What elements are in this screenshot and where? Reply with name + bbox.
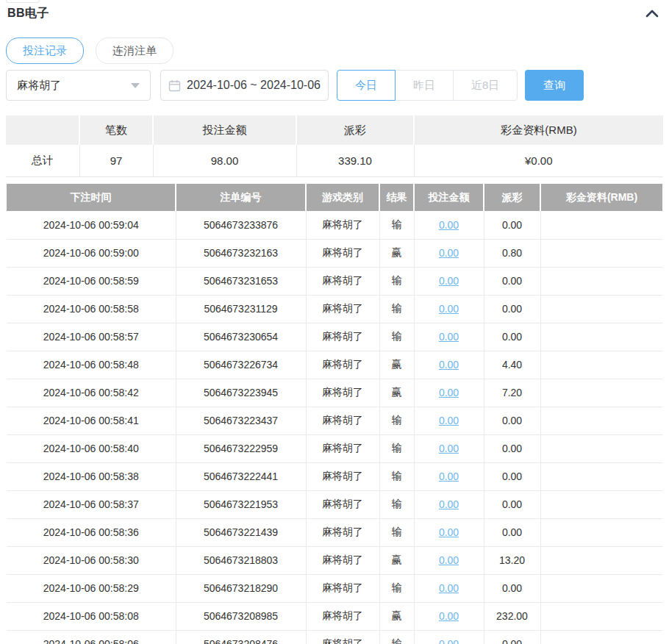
record-row: 2024-10-06 00:58:37 5064673221953 麻将胡了 输… (7, 490, 662, 518)
summary-total-label: 总计 (6, 145, 79, 176)
cell-result: 输 (379, 323, 414, 351)
cell-game-type: 麻将胡了 (306, 574, 379, 602)
cell-payout: 0.00 (484, 630, 540, 644)
cell-result: 输 (379, 407, 414, 434)
cell-payout: 232.00 (484, 602, 540, 630)
cell-game-type: 麻将胡了 (306, 434, 379, 462)
cell-bet-amount: 0.00 (414, 407, 484, 434)
cell-order-no: 5064673231653 (176, 267, 306, 295)
cell-game-type: 麻将胡了 (306, 351, 379, 379)
filter-bar: 麻将胡了 2024-10-06 ~ 2024-10-06 今日 昨日 近8日 查… (6, 70, 584, 101)
records-header-row: 下注时间 注单编号 游戏类别 结果 投注金额 派彩 彩金资料(RMB) (7, 184, 662, 211)
cell-bet-time: 2024-10-06 00:58:42 (7, 379, 176, 407)
summary-header-bet-amount: 投注金额 (153, 115, 296, 145)
cell-bet-amount: 0.00 (414, 267, 484, 295)
cell-bet-time: 2024-10-06 00:59:00 (7, 239, 176, 267)
bet-amount-link[interactable]: 0.00 (439, 638, 459, 644)
cell-result: 赢 (379, 351, 414, 379)
cell-bet-amount: 0.00 (414, 490, 484, 518)
cell-game-type: 麻将胡了 (306, 462, 379, 490)
cell-game-type: 麻将胡了 (306, 239, 379, 267)
cell-bonus (540, 462, 662, 490)
cell-bet-time: 2024-10-06 00:58:57 (7, 323, 176, 351)
cell-payout: 0.00 (484, 407, 540, 434)
search-button[interactable]: 查询 (525, 70, 584, 101)
cell-payout: 0.00 (484, 434, 540, 462)
cell-result: 输 (379, 434, 414, 462)
cell-bet-time: 2024-10-06 00:58:59 (7, 267, 176, 295)
cell-result: 输 (379, 211, 414, 239)
cell-game-type: 麻将胡了 (306, 518, 379, 546)
cell-bonus (540, 323, 662, 351)
record-row: 2024-10-06 00:58:42 5064673223945 麻将胡了 赢… (7, 379, 662, 407)
chevron-down-icon (131, 83, 140, 88)
quick-date-button-group: 今日 昨日 近8日 (337, 70, 518, 101)
bet-amount-link[interactable]: 0.00 (439, 303, 459, 315)
cell-bet-time: 2024-10-06 00:58:41 (7, 407, 176, 434)
tab-bet-records[interactable]: 投注记录 (6, 37, 84, 64)
cell-bonus (540, 239, 662, 267)
cell-order-no: 5064673221953 (176, 490, 306, 518)
cell-bet-amount: 0.00 (414, 211, 484, 239)
cell-bonus (540, 434, 662, 462)
bet-amount-link[interactable]: 0.00 (439, 275, 459, 287)
cell-order-no: 5064673218290 (176, 574, 306, 602)
collapse-panel-button[interactable] (645, 6, 659, 21)
yesterday-button[interactable]: 昨日 (395, 70, 454, 101)
bet-amount-link[interactable]: 0.00 (439, 219, 459, 231)
cell-order-no: 5064673221439 (176, 518, 306, 546)
cell-bet-time: 2024-10-06 00:58:29 (7, 574, 176, 602)
bet-amount-link[interactable]: 0.00 (439, 610, 459, 622)
betting-records-panel: BB电子 投注记录 连消注单 麻将胡了 2024-10-06 ~ 2024-10… (0, 0, 669, 644)
page-header: BB电子 (7, 6, 659, 21)
bet-amount-link[interactable]: 0.00 (439, 443, 459, 454)
record-row: 2024-10-06 00:58:30 5064673218803 麻将胡了 赢… (7, 546, 662, 574)
summary-header-count: 笔数 (79, 115, 153, 145)
bet-amount-link[interactable]: 0.00 (439, 526, 459, 538)
bet-amount-link[interactable]: 0.00 (439, 359, 459, 371)
date-range-picker[interactable]: 2024-10-06 ~ 2024-10-06 (160, 70, 329, 101)
cell-payout: 4.40 (484, 351, 540, 379)
cell-payout: 0.00 (484, 295, 540, 323)
bet-amount-link[interactable]: 0.00 (439, 582, 459, 594)
bet-amount-link[interactable]: 0.00 (439, 247, 459, 259)
cell-bet-amount: 0.00 (414, 630, 484, 644)
game-type-select-value: 麻将胡了 (17, 79, 61, 93)
last-8-days-button[interactable]: 近8日 (453, 70, 518, 101)
cell-order-no: 5064673208985 (176, 602, 306, 630)
today-button[interactable]: 今日 (337, 70, 396, 101)
bet-amount-link[interactable]: 0.00 (439, 554, 459, 566)
cell-game-type: 麻将胡了 (306, 630, 379, 644)
cell-result: 赢 (379, 239, 414, 267)
record-row: 2024-10-06 00:59:04 5064673233876 麻将胡了 输… (7, 211, 662, 239)
records-header-bet-amount: 投注金额 (414, 184, 484, 211)
cell-payout: 0.80 (484, 239, 540, 267)
calendar-icon (168, 79, 181, 92)
cell-game-type: 麻将胡了 (306, 323, 379, 351)
bet-amount-link[interactable]: 0.00 (439, 387, 459, 398)
cell-order-no: 5064673222441 (176, 462, 306, 490)
cell-bet-time: 2024-10-06 00:58:38 (7, 462, 176, 490)
bet-amount-link[interactable]: 0.00 (439, 331, 459, 343)
tab-cancelled-orders[interactable]: 连消注单 (96, 37, 173, 64)
cell-payout: 13.20 (484, 546, 540, 574)
summary-header-row: 笔数 投注金额 派彩 彩金资料(RMB) (6, 115, 663, 145)
cell-result: 输 (379, 267, 414, 295)
summary-total-bonus: ¥0.00 (414, 145, 663, 176)
summary-total-payout: 339.10 (296, 145, 414, 176)
cell-order-no: 5064673222959 (176, 434, 306, 462)
records-header-order-no: 注单编号 (176, 184, 306, 211)
cell-bet-amount: 0.00 (414, 434, 484, 462)
record-row: 2024-10-06 00:59:00 5064673232163 麻将胡了 赢… (7, 239, 662, 267)
bet-amount-link[interactable]: 0.00 (439, 471, 459, 482)
summary-header-bonus: 彩金资料(RMB) (414, 115, 663, 145)
record-row: 2024-10-06 00:58:48 5064673226734 麻将胡了 赢… (7, 351, 662, 379)
bet-amount-link[interactable]: 0.00 (439, 498, 459, 510)
cell-order-no: 5064673226734 (176, 351, 306, 379)
bet-amount-link[interactable]: 0.00 (439, 415, 459, 426)
cell-order-no: 5064673230654 (176, 323, 306, 351)
record-row: 2024-10-06 00:58:29 5064673218290 麻将胡了 输… (7, 574, 662, 602)
game-type-select[interactable]: 麻将胡了 (6, 70, 151, 101)
cell-game-type: 麻将胡了 (306, 379, 379, 407)
cell-bet-time: 2024-10-06 00:58:36 (7, 518, 176, 546)
